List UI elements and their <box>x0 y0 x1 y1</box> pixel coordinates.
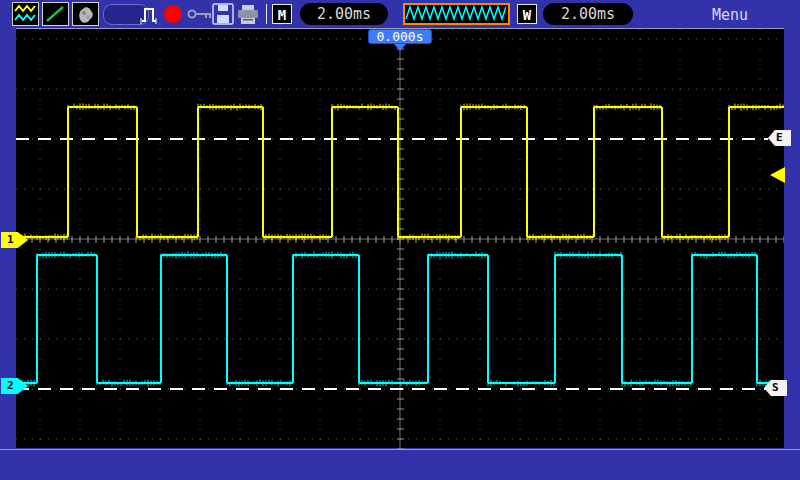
record-icon <box>164 5 182 23</box>
window-timebase-value: 2.00ms <box>543 3 633 25</box>
pulse-trigger-icon <box>140 2 162 30</box>
main-timebase-label: M <box>272 4 292 24</box>
oscilloscope-screen: M 2.00ms W 2.00ms Menu 0.000s 1 2 E S DC… <box>0 0 800 480</box>
window-timebase-label: W <box>517 4 537 24</box>
waveform-display <box>16 28 784 448</box>
compressed-waveform-icon <box>403 3 510 25</box>
channel-waveforms-icon <box>12 2 39 26</box>
main-timebase-value: 2.00ms <box>300 3 388 25</box>
topbar-separator <box>266 4 267 24</box>
trigger-position-tag: 0.000s <box>368 29 432 44</box>
menu-button[interactable]: Menu <box>695 6 765 24</box>
status-bar: DC 20 2.00V DC 20 2.00V CH1 2.56V <box>0 449 800 480</box>
key-lock-icon <box>187 6 213 26</box>
save-floppy-icon <box>212 3 234 29</box>
print-icon <box>236 4 260 29</box>
noise-signal-icon <box>72 2 99 26</box>
diagonal-line-icon <box>42 2 69 26</box>
